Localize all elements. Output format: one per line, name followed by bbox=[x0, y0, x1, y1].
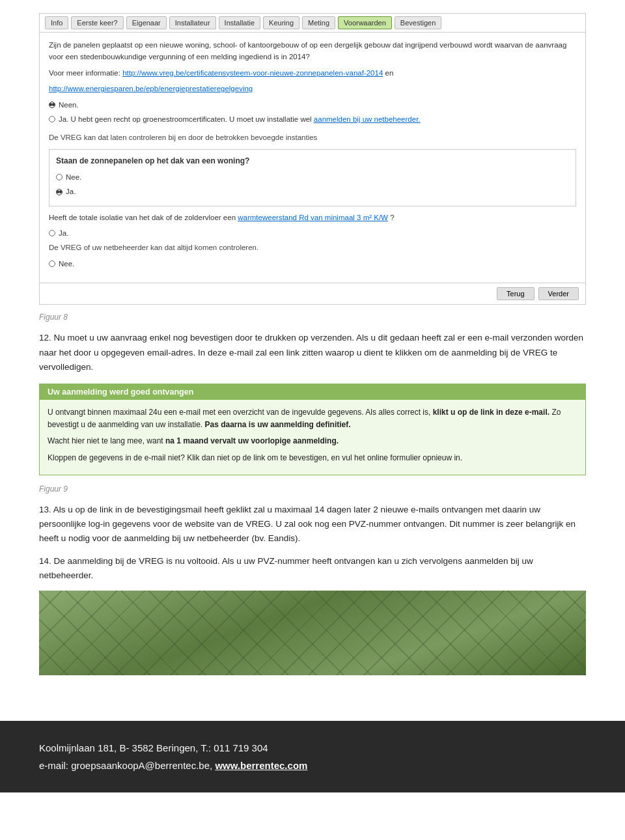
form-section-q3: Heeft de totale isolatie van het dak of … bbox=[49, 212, 576, 270]
confirmation-p1: U ontvangt binnen maximaal 24u een e-mai… bbox=[48, 406, 577, 431]
nav-installateur[interactable]: Installateur bbox=[169, 16, 216, 29]
form-screenshot: Info Eerste keer? Eigenaar Installateur … bbox=[39, 13, 586, 305]
q1-option-ja[interactable]: Ja. U hebt geen recht op groenestroomcer… bbox=[49, 113, 576, 125]
footer-website-link[interactable]: www.berrentec.com bbox=[215, 760, 307, 771]
main-content: Info Eerste keer? Eigenaar Installateur … bbox=[0, 0, 625, 695]
form-nav: Info Eerste keer? Eigenaar Installateur … bbox=[40, 14, 585, 33]
q3-option-nee[interactable]: Nee. bbox=[49, 258, 576, 270]
form-footer-buttons: Terug Verder bbox=[40, 283, 585, 304]
confirmation-p3: Kloppen de gegevens in de e-mail niet? K… bbox=[48, 452, 577, 464]
form-body: Zijn de panelen geplaatst op een nieuwe … bbox=[40, 33, 585, 283]
nav-info[interactable]: Info bbox=[45, 16, 68, 29]
paragraph12: 12. Nu moet u uw aanvraag enkel nog beve… bbox=[39, 331, 586, 374]
footer-address: Koolmijnlaan 181, B- 3582 Beringen, T.: … bbox=[39, 739, 586, 774]
back-button[interactable]: Terug bbox=[497, 287, 535, 300]
confirmation-header: Uw aanmelding werd goed ontvangen bbox=[40, 384, 585, 400]
confirmation-box: Uw aanmelding werd goed ontvangen U ontv… bbox=[39, 384, 586, 475]
q2-option-ja[interactable]: Ja. bbox=[56, 186, 569, 197]
figure9-label: Figuur 9 bbox=[39, 484, 586, 494]
figure8-label: Figuur 8 bbox=[39, 313, 586, 322]
q1-more-info: Voor meer informatie: http://www.vreg.be… bbox=[49, 67, 576, 79]
q3-warmte-link[interactable]: warmteweerstand Rd van minimaal 3 m² K/W bbox=[238, 214, 388, 221]
solar-background bbox=[39, 591, 586, 675]
nav-keuring[interactable]: Keuring bbox=[263, 16, 299, 29]
q2-title: Staan de zonnepanelen op het dak van een… bbox=[56, 155, 569, 167]
footer-email-line: e-mail: groepsaankoopA@berrentec.be, www… bbox=[39, 757, 586, 774]
q1-text: Zijn de panelen geplaatst op een nieuwe … bbox=[49, 39, 576, 63]
nav-voorwaarden[interactable]: Voorwaarden bbox=[338, 16, 392, 29]
paragraph14: 14. De aanmelding bij de VREG is nu volt… bbox=[39, 554, 586, 583]
q3-sub-note: De VREG of uw netbeheerder kan dat altij… bbox=[49, 242, 576, 253]
vreg-note: De VREG kan dat laten controleren bij en… bbox=[49, 132, 576, 143]
paragraph13: 13. Als u op de link in de bevestigingsm… bbox=[39, 503, 586, 546]
form-section-q1: Zijn de panelen geplaatst op een nieuwe … bbox=[49, 39, 576, 125]
nav-installatie[interactable]: Installatie bbox=[219, 16, 260, 29]
nav-eigenaar[interactable]: Eigenaar bbox=[126, 16, 167, 29]
q3-option-ja[interactable]: Ja. bbox=[49, 227, 576, 239]
footer-address-line1: Koolmijnlaan 181, B- 3582 Beringen, T.: … bbox=[39, 739, 586, 757]
nav-meting[interactable]: Meting bbox=[302, 16, 335, 29]
nav-bevestigen[interactable]: Bevestigen bbox=[395, 16, 441, 29]
next-button[interactable]: Verder bbox=[538, 287, 579, 300]
q1-netbeheerder-link[interactable]: aanmelden bij uw netbeheerder. bbox=[314, 115, 421, 123]
q3-radio-nee bbox=[49, 260, 55, 267]
q3-text: Heeft de totale isolatie van het dak of … bbox=[49, 212, 576, 223]
form-section-q2: Staan de zonnepanelen op het dak van een… bbox=[49, 149, 576, 206]
q1-option-neen[interactable]: Neen. bbox=[49, 99, 576, 111]
q1-link1[interactable]: http://www.vreg.be/certificatensysteem-v… bbox=[122, 69, 383, 77]
q3-radio-ja bbox=[49, 230, 55, 236]
solar-overlay bbox=[39, 591, 586, 675]
nav-eerste-keer[interactable]: Eerste keer? bbox=[71, 16, 123, 29]
confirmation-p2: Wacht hier niet te lang mee, want na 1 m… bbox=[48, 435, 577, 447]
confirmation-body: U ontvangt binnen maximaal 24u een e-mai… bbox=[40, 400, 585, 475]
q1-link2[interactable]: http://www.energiesparen.be/epb/energiep… bbox=[49, 85, 253, 92]
q1-link2-line: http://www.energiesparen.be/epb/energiep… bbox=[49, 83, 576, 94]
q2-radio-ja bbox=[56, 189, 62, 195]
q2-option-nee[interactable]: Nee. bbox=[56, 171, 569, 183]
page-footer: Koolmijnlaan 181, B- 3582 Beringen, T.: … bbox=[0, 721, 625, 792]
q1-radio-ja bbox=[49, 116, 55, 122]
q2-radio-nee bbox=[56, 174, 62, 180]
q1-radio-neen bbox=[49, 102, 55, 108]
